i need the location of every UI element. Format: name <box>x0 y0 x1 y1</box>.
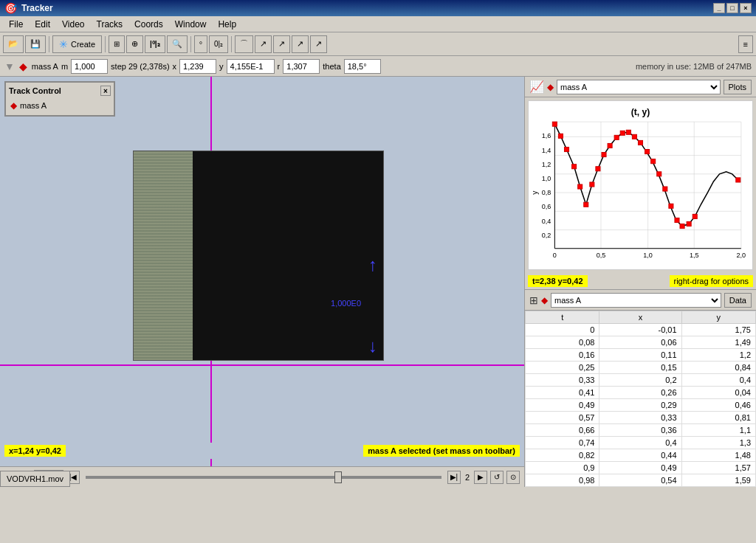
svg-text:0: 0 <box>553 252 557 259</box>
mass-name-label: mass A <box>32 62 58 71</box>
video-area[interactable]: 29 1,000E0 ↑ ↓ <box>133 151 384 361</box>
graph-svg: (t, y) y <box>529 101 752 269</box>
svg-rect-41 <box>614 135 619 139</box>
col-y-header[interactable]: y <box>681 311 755 324</box>
table-cell: -0,01 <box>599 324 681 336</box>
minimize-button[interactable]: _ <box>713 3 725 13</box>
menu-help[interactable]: Help <box>212 18 242 31</box>
create-label: Create <box>71 40 95 49</box>
data-table-wrapper[interactable]: t x y 0-0,011,750,080,061,490,160,111,20… <box>525 311 756 487</box>
playback-slider[interactable] <box>86 471 441 484</box>
file-label[interactable]: VODVRH1.mov <box>0 471 70 487</box>
table-cell: 1,2 <box>681 349 755 362</box>
settings-button[interactable]: ≡ <box>738 35 753 53</box>
table-cell: 0,2 <box>599 374 681 387</box>
col-t-header[interactable]: t <box>526 311 599 324</box>
svg-text:0,5: 0,5 <box>597 252 606 259</box>
play-end-button[interactable]: ▶| <box>447 471 461 484</box>
graph-hint-status: right-drag for options <box>670 275 754 287</box>
maximize-button[interactable]: □ <box>726 3 738 13</box>
create-button[interactable]: ✳ Create <box>52 35 102 53</box>
table-cell: 0,29 <box>599 399 681 412</box>
slider-thumb[interactable] <box>334 471 342 483</box>
track-control-mass-item[interactable]: ◆ mass A <box>9 99 111 112</box>
calibration-button[interactable]: ⊞ <box>109 35 125 53</box>
tape-button[interactable]: |⁰|₂ <box>145 35 165 53</box>
play-forward-button[interactable]: ▶ <box>474 471 487 484</box>
loop-button[interactable]: ↺ <box>490 471 504 484</box>
slider-track <box>86 476 441 479</box>
svg-rect-46 <box>645 150 650 154</box>
vector1-button[interactable]: ↗ <box>292 35 309 53</box>
step-button[interactable]: 0|₂ <box>209 35 228 53</box>
angle-button[interactable]: ° <box>194 35 207 53</box>
table-row: 0,980,541,59 <box>526 474 756 487</box>
graph-line-icon: 📈 <box>529 80 544 94</box>
table-cell: 0,81 <box>681 412 755 424</box>
track-control-title: Track Control <box>9 86 61 95</box>
data-button[interactable]: Data <box>724 293 752 308</box>
vector2-button[interactable]: ↗ <box>310 35 327 53</box>
svg-rect-35 <box>578 184 583 189</box>
table-cell: 1,3 <box>681 437 755 449</box>
col-x-header[interactable]: x <box>599 311 681 324</box>
table-cell: 0,26 <box>599 387 681 399</box>
data-track-select[interactable]: mass A <box>551 293 721 308</box>
arrow2-button[interactable]: ↗ <box>273 35 290 53</box>
data-section: ⊞ ◆ mass A Data t x y <box>525 290 756 487</box>
graph-track-select[interactable]: mass A <box>557 80 721 94</box>
open-button[interactable]: 📂 <box>3 35 24 53</box>
table-cell: 0,25 <box>526 362 599 374</box>
table-row: 0,490,290,46 <box>526 399 756 412</box>
record-button[interactable]: ⊙ <box>506 471 520 484</box>
graph-section: 📈 ◆ mass A Plots (t, y) y <box>525 77 756 290</box>
menu-edit[interactable]: Edit <box>29 18 56 31</box>
plots-button[interactable]: Plots <box>724 80 752 94</box>
table-cell: 1,1 <box>681 424 755 437</box>
graph-canvas[interactable]: (t, y) y <box>528 100 753 270</box>
svg-text:1,6: 1,6 <box>542 132 551 139</box>
m-value-input[interactable] <box>71 59 108 74</box>
svg-rect-43 <box>626 130 630 134</box>
table-cell: 0,08 <box>526 336 599 349</box>
menubar: File Edit Video Tracks Coords Window Hel… <box>0 16 756 32</box>
coord-value-label: 1,000E0 <box>331 299 361 308</box>
status-bar: x=1,24 y=0,42 mass A selected (set mass … <box>0 443 524 459</box>
crosshair-horizontal <box>0 364 524 366</box>
menu-file[interactable]: File <box>3 18 29 31</box>
menu-tracks[interactable]: Tracks <box>91 18 129 31</box>
table-row: 0,570,330,81 <box>526 412 756 424</box>
axis-button[interactable]: ⊕ <box>126 35 143 53</box>
menu-coords[interactable]: Coords <box>128 18 169 31</box>
svg-rect-34 <box>572 165 577 169</box>
x-value-input[interactable] <box>179 59 216 74</box>
r-value-input[interactable] <box>283 59 320 74</box>
table-cell: 0,4 <box>681 374 755 387</box>
table-cell: 0,57 <box>526 412 599 424</box>
menu-video[interactable]: Video <box>56 18 90 31</box>
theta-value-input[interactable] <box>344 59 381 74</box>
table-row: 0,330,20,4 <box>526 374 756 387</box>
window-controls: _ □ × <box>713 3 752 13</box>
y-value-input[interactable] <box>227 59 275 74</box>
expand-icon[interactable]: ▼ <box>4 60 15 72</box>
zoom-button[interactable]: 🔍 <box>167 35 188 53</box>
close-button[interactable]: × <box>740 3 752 13</box>
svg-text:1,5: 1,5 <box>690 252 699 259</box>
arrow1-button[interactable]: ↗ <box>255 35 272 53</box>
svg-rect-45 <box>638 140 642 145</box>
menu-window[interactable]: Window <box>169 18 213 31</box>
svg-rect-44 <box>632 134 636 139</box>
mass-item-label: mass A <box>20 101 47 110</box>
table-cell: 1,57 <box>681 462 755 474</box>
curve-button[interactable]: ⌒ <box>235 35 253 53</box>
data-table: t x y 0-0,011,750,080,061,490,160,111,20… <box>525 311 756 487</box>
track-control-close-button[interactable]: × <box>100 86 111 96</box>
table-cell: 0,04 <box>681 387 755 399</box>
right-panel: 📈 ◆ mass A Plots (t, y) y <box>524 77 756 487</box>
playback-bar: 059 100% |◀ ▶| 2 ▶ ↺ ⊙ <box>0 466 524 487</box>
graph-coord-status: t=2,38 y=0,42 <box>528 275 588 287</box>
save-button[interactable]: 💾 <box>25 35 46 53</box>
table-cell: 0,66 <box>526 424 599 437</box>
graph-diamond-icon: ◆ <box>547 82 554 92</box>
